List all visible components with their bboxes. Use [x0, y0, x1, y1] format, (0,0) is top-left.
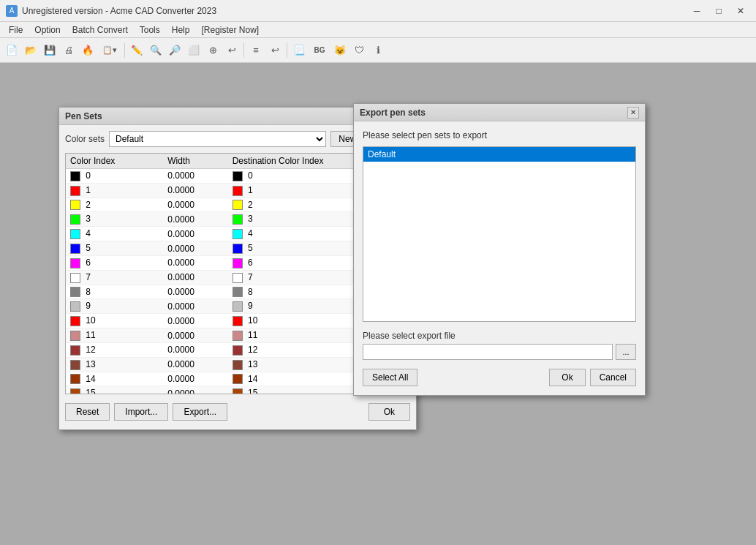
src-color-cell: 15: [66, 386, 163, 394]
dst-color-swatch: [233, 214, 243, 225]
src-color-cell: 5: [66, 241, 163, 256]
src-color-swatch: [70, 374, 80, 384]
width-cell: 0.0000: [163, 183, 227, 198]
col-header-color-index: Color Index: [66, 154, 163, 169]
toolbar-zoom-out[interactable]: 🔎: [166, 42, 184, 59]
btn-select-all[interactable]: Select All: [363, 369, 417, 386]
src-color-cell: 11: [66, 328, 163, 343]
export-file-row: ...: [363, 344, 636, 360]
width-cell: 0.0000: [163, 342, 227, 357]
toolbar-zoom-in[interactable]: 🔍: [147, 42, 165, 59]
src-color-swatch: [70, 301, 80, 312]
toolbar-doc[interactable]: 📃: [290, 42, 308, 59]
menu-file[interactable]: File: [3, 23, 29, 37]
width-cell: 0.0000: [163, 241, 227, 256]
colorsets-select[interactable]: Default: [109, 131, 326, 147]
export-file-label: Please select export file: [363, 331, 636, 341]
width-cell: 0.0000: [163, 386, 227, 394]
menu-tools[interactable]: Tools: [134, 23, 166, 37]
dst-color-swatch: [233, 229, 243, 239]
src-color-cell: 0: [66, 169, 163, 184]
col-header-width: Width: [163, 154, 227, 169]
menubar: File Option Batch Convert Tools Help [Re…: [0, 22, 756, 38]
toolbar-zoom-all[interactable]: ⊕: [204, 42, 222, 59]
menu-option[interactable]: Option: [29, 23, 66, 37]
pensets-footer: Reset Import... Export... Ok: [65, 400, 410, 424]
toolbar-open[interactable]: 📂: [22, 42, 39, 59]
pensets-title: Pen Sets: [65, 111, 102, 121]
menu-register[interactable]: [Register Now]: [195, 23, 265, 37]
dst-color-swatch: [233, 388, 243, 394]
toolbar-clipboard[interactable]: 📋▾: [98, 42, 121, 59]
src-color-swatch: [70, 331, 80, 341]
width-cell: 0.0000: [163, 169, 227, 184]
width-cell: 0.0000: [163, 212, 227, 227]
app-icon: A: [6, 5, 18, 17]
toolbar-undo[interactable]: ↩: [266, 42, 284, 59]
dst-color-swatch: [233, 374, 243, 384]
src-color-cell: 1: [66, 183, 163, 198]
src-color-cell: 4: [66, 227, 163, 241]
toolbar-draw[interactable]: ✏️: [128, 42, 145, 59]
export-footer: Select All Ok Cancel: [363, 369, 636, 386]
src-color-swatch: [70, 345, 80, 356]
toolbar-new[interactable]: 📄: [3, 42, 20, 59]
width-cell: 0.0000: [163, 372, 227, 386]
close-button[interactable]: ✕: [731, 4, 750, 18]
dst-color-swatch: [233, 244, 243, 254]
maximize-button[interactable]: □: [709, 4, 728, 18]
btn-export-ok[interactable]: Ok: [549, 369, 585, 386]
toolbar-print[interactable]: 🖨: [60, 42, 78, 59]
src-color-cell: 13: [66, 357, 163, 372]
menu-help[interactable]: Help: [166, 23, 196, 37]
src-color-swatch: [70, 360, 80, 370]
export-titlebar: Export pen sets ✕: [354, 104, 645, 121]
toolbar-fire[interactable]: 🔥: [79, 42, 97, 59]
toolbar-cat[interactable]: 😺: [331, 42, 349, 59]
width-cell: 0.0000: [163, 270, 227, 285]
dst-color-swatch: [233, 360, 243, 370]
btn-export[interactable]: Export...: [173, 403, 227, 421]
main-area: Pen Sets ✕ Color sets Default New Delete…: [0, 63, 756, 545]
dst-color-swatch: [233, 287, 243, 297]
export-close-button[interactable]: ✕: [627, 107, 639, 119]
export-file-input[interactable]: [363, 344, 613, 360]
toolbar-zoom-prev[interactable]: ↩: [223, 42, 241, 59]
toolbar: 📄 📂 💾 🖨 🔥 📋▾ ✏️ 🔍 🔎 ⬜ ⊕ ↩ ≡ ↩ 📃 BG 😺 🛡 ℹ: [0, 38, 756, 63]
toolbar-zoom-window[interactable]: ⬜: [185, 42, 203, 59]
src-color-swatch: [70, 287, 80, 297]
titlebar-left: A Unregistered version - Acme CAD Conver…: [6, 5, 216, 17]
dst-color-swatch: [233, 186, 243, 196]
toolbar-bg[interactable]: BG: [309, 42, 330, 59]
src-color-cell: 10: [66, 314, 163, 328]
src-color-cell: 6: [66, 255, 163, 270]
minimize-button[interactable]: ─: [687, 4, 706, 18]
toolbar-shield[interactable]: 🛡: [350, 42, 368, 59]
btn-import[interactable]: Import...: [114, 403, 168, 421]
export-browse-button[interactable]: ...: [616, 344, 636, 360]
btn-reset[interactable]: Reset: [65, 403, 110, 421]
dst-color-swatch: [233, 171, 243, 181]
src-color-swatch: [70, 214, 80, 225]
src-color-swatch: [70, 258, 80, 268]
toolbar-info[interactable]: ℹ: [369, 42, 387, 59]
src-color-swatch: [70, 229, 80, 239]
dst-color-swatch: [233, 200, 243, 210]
export-body: Please select pen sets to export Default…: [354, 121, 645, 395]
src-color-cell: 8: [66, 285, 163, 299]
window-controls: ─ □ ✕: [687, 4, 750, 18]
width-cell: 0.0000: [163, 299, 227, 314]
toolbar-list[interactable]: ≡: [247, 42, 265, 59]
btn-ok[interactable]: Ok: [368, 403, 410, 421]
src-color-cell: 12: [66, 342, 163, 357]
menu-batch-convert[interactable]: Batch Convert: [67, 23, 134, 37]
export-list-item-default[interactable]: Default: [363, 147, 635, 162]
btn-cancel[interactable]: Cancel: [590, 369, 636, 386]
src-color-cell: 7: [66, 270, 163, 285]
src-color-swatch: [70, 244, 80, 254]
export-listbox[interactable]: Default: [363, 146, 636, 322]
dst-color-swatch: [233, 301, 243, 312]
width-cell: 0.0000: [163, 314, 227, 328]
dst-color-swatch: [233, 345, 243, 356]
toolbar-save[interactable]: 💾: [41, 42, 58, 59]
